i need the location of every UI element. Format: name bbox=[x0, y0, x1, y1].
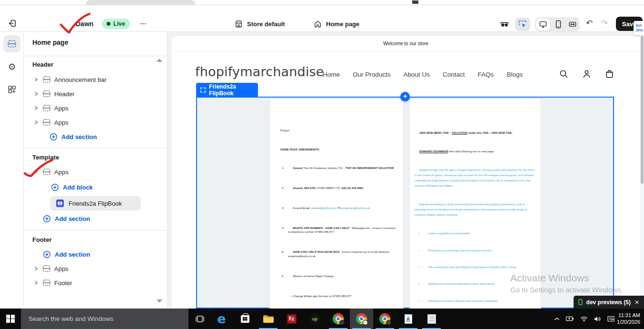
preview-incognito-button[interactable] bbox=[497, 18, 512, 31]
divider bbox=[24, 148, 168, 148]
section-icon bbox=[43, 105, 50, 111]
store-name-link[interactable]: fhopifymarchandise bbox=[195, 64, 324, 79]
editor-left-rail: ⚙ bbox=[0, 32, 24, 309]
add-section-button-footer[interactable]: Add section bbox=[43, 247, 90, 261]
window-title-glyph bbox=[412, 0, 418, 4]
search-button[interactable] bbox=[558, 68, 569, 80]
theme-name: Dawn bbox=[76, 20, 93, 28]
doc-text-segment: Title restrictions and Land Registry app… bbox=[428, 266, 516, 269]
exit-editor-button[interactable] bbox=[8, 19, 17, 28]
gear-icon: ⚙ bbox=[8, 61, 16, 72]
inspector-cursor-icon bbox=[518, 20, 527, 29]
taskbar-filezilla-button[interactable]: Fz bbox=[280, 309, 303, 329]
dev-previews-toast[interactable]: dev previews (5) ✕ bbox=[574, 296, 644, 309]
page-context-selector[interactable]: Home page bbox=[313, 20, 359, 29]
taskbar-explorer-button[interactable] bbox=[257, 309, 280, 329]
chevron-right-icon bbox=[33, 280, 39, 285]
flipbook-block-label: Friends2a FlipBook bbox=[69, 200, 122, 207]
sidebar-scroll-down[interactable] bbox=[157, 299, 162, 303]
flipbook-section-tab[interactable]: Friends2a FlipBook bbox=[196, 83, 258, 97]
sidebar-section-item[interactable]: Apps bbox=[31, 261, 163, 276]
doc-text-segment: enquiries@eofs.co.uk bbox=[342, 207, 370, 209]
redo-button[interactable]: ↷ bbox=[598, 18, 611, 28]
battery-icon[interactable] bbox=[566, 316, 574, 321]
account-button[interactable] bbox=[581, 68, 592, 80]
taskbar-chrome2-button[interactable] bbox=[350, 309, 373, 329]
taskbar-search-input[interactable]: Search the web and Windows bbox=[21, 309, 188, 329]
wifi-icon[interactable] bbox=[580, 316, 588, 322]
rail-app-embeds-button[interactable] bbox=[3, 81, 20, 98]
taskbar-edge-button[interactable]: e bbox=[210, 309, 233, 329]
chevron-right-icon bbox=[33, 266, 39, 271]
add-section-button-header[interactable]: Add section bbox=[50, 130, 97, 144]
nav-link[interactable]: Home bbox=[323, 71, 340, 78]
flipbook-section-outline[interactable] bbox=[196, 97, 614, 309]
more-actions-button[interactable]: ⋯ bbox=[140, 20, 147, 27]
sidebar-section-item[interactable]: Header bbox=[31, 87, 163, 101]
browser-tab[interactable] bbox=[86, 0, 195, 5]
chevron-right-icon bbox=[33, 77, 39, 82]
fullwidth-view-button[interactable] bbox=[565, 18, 580, 30]
template-apps-section[interactable]: Apps bbox=[31, 165, 163, 179]
add-section-button-template[interactable]: Add section bbox=[43, 211, 90, 226]
undo-button[interactable]: ↶ bbox=[583, 18, 596, 28]
nav-link[interactable]: FAQs bbox=[478, 71, 494, 78]
sidebar-section-item[interactable]: Announcement bar bbox=[31, 72, 163, 87]
mobile-view-button[interactable] bbox=[551, 18, 565, 30]
doc-text-segment: i. Change Whats app Number to 07455 086 … bbox=[291, 295, 351, 298]
inspect-mode-button[interactable] bbox=[515, 18, 530, 31]
tray-chevron-icon[interactable] bbox=[554, 317, 560, 321]
flipbook-block-item[interactable]: Friends2a FlipBook bbox=[50, 196, 141, 210]
task-view-button[interactable] bbox=[190, 309, 209, 329]
rail-theme-settings-button[interactable]: ⚙ bbox=[3, 58, 20, 75]
cart-button[interactable] bbox=[604, 68, 615, 80]
doc-text-segment: TO bbox=[337, 207, 342, 209]
desktop-view-button[interactable] bbox=[536, 18, 550, 30]
doc-text-segment: SOLICITOR bbox=[452, 131, 467, 134]
doc-text-segment: Possession proceedings and rent arrears … bbox=[428, 249, 492, 252]
action-center-icon[interactable] bbox=[607, 316, 614, 322]
file-format-badge: AVIJPG bbox=[634, 21, 644, 35]
nav-link[interactable]: About Us bbox=[404, 71, 430, 78]
nav-link[interactable]: Contact bbox=[443, 71, 465, 78]
speaker-icon[interactable] bbox=[594, 316, 601, 322]
doc-paragraph: •Possession proceedings and rent arrears… bbox=[415, 238, 535, 253]
doc-text-segment: TOP UK INDEPENDENT SOLICITOR bbox=[346, 167, 394, 169]
sidebar-item-label: Footer bbox=[54, 279, 72, 287]
doc-paragraph: i. Change Whats app Number to 07455 086 … bbox=[276, 286, 397, 299]
live-badge[interactable]: Live bbox=[102, 19, 130, 29]
nav-link[interactable]: Blogs bbox=[506, 71, 523, 78]
chrome-icon bbox=[356, 313, 367, 324]
doc-text-segment: 2. bbox=[282, 186, 284, 190]
nav-link[interactable]: Our Products bbox=[353, 71, 391, 78]
doc-text-segment: then add following text to new page: bbox=[448, 150, 494, 153]
taskbar-wordpad-button[interactable]: A bbox=[396, 309, 420, 329]
taskbar-upwork-button[interactable]: up bbox=[303, 309, 327, 329]
taskbar-store-button[interactable] bbox=[233, 309, 257, 329]
sections-sidebar: Home page Header Announcement bar bbox=[24, 32, 168, 309]
store-header-icons bbox=[558, 68, 615, 80]
sidebar-section-item[interactable]: Apps bbox=[31, 115, 163, 130]
doc-text-segment: 1. bbox=[282, 166, 284, 170]
section-icon bbox=[43, 279, 50, 286]
add-block-button[interactable]: Add block bbox=[51, 180, 93, 194]
start-button[interactable] bbox=[0, 309, 21, 329]
taskbar-app-row: e Fz up A bbox=[210, 309, 443, 329]
close-icon[interactable]: ✕ bbox=[634, 299, 639, 306]
sidebar-scroll-up[interactable] bbox=[157, 59, 162, 62]
taskbar-chrome1-button[interactable] bbox=[327, 309, 350, 329]
live-badge-label: Live bbox=[113, 20, 125, 27]
rail-sections-button[interactable] bbox=[3, 35, 20, 52]
preview-scrollbar-thumb[interactable] bbox=[641, 36, 644, 184]
notepad-icon bbox=[427, 314, 436, 324]
add-section-label: Add section bbox=[55, 251, 90, 258]
add-section-plus-button[interactable]: + bbox=[400, 92, 410, 101]
preview-scrollbar[interactable] bbox=[640, 32, 644, 309]
taskbar-notepad-button[interactable] bbox=[420, 309, 443, 329]
sidebar-section-item[interactable]: Apps bbox=[31, 101, 163, 115]
taskbar-chrome3-button[interactable] bbox=[373, 309, 396, 329]
taskbar-clock[interactable]: 11:31 AM 1/20/2026 bbox=[617, 312, 640, 325]
divider bbox=[24, 230, 168, 230]
sidebar-section-item[interactable]: Footer bbox=[31, 276, 163, 290]
store-context-selector[interactable]: Store default bbox=[234, 20, 285, 29]
